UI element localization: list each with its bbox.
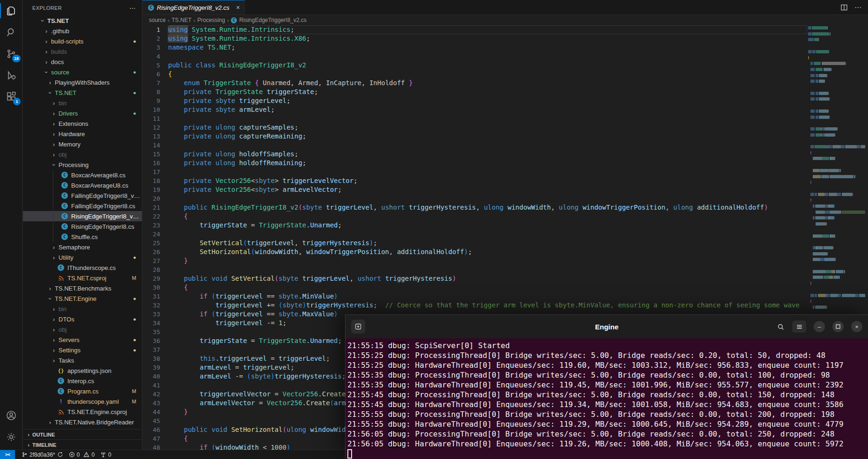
activity-source-control-button[interactable]: 16: [0, 43, 22, 65]
line-number: 17: [142, 168, 168, 176]
tree-file-item[interactable]: CBoxcarAverageU8.cs: [23, 180, 142, 190]
code-line: 1using System.Runtime.Intrinsics;: [142, 25, 868, 34]
line-number: 41: [142, 381, 168, 390]
tree-folder-item[interactable]: ›PlayingWithShaders: [23, 77, 142, 87]
minimize-button[interactable]: –: [814, 321, 825, 332]
tree-folder-item[interactable]: ›Drivers●: [23, 108, 142, 118]
timeline-section[interactable]: › TIMELINE: [23, 439, 142, 450]
tree-file-item[interactable]: CRisingEdgeTriggerI8.cs: [23, 221, 142, 232]
breadcrumb: source›TS.NET›Processing›CRisingEdgeTrig…: [142, 15, 868, 25]
code-line: 22 {: [142, 212, 868, 221]
problems-status-item[interactable]: 0 0: [66, 450, 97, 459]
tree-file-item[interactable]: CInterop.cs: [23, 376, 142, 386]
minimap-line: [826, 133, 834, 137]
line-number: 26: [142, 248, 168, 256]
activity-search-button[interactable]: [0, 22, 22, 43]
tree-folder-item[interactable]: ›DTOs●: [23, 314, 142, 324]
minimap-line: [815, 145, 828, 148]
minimap-line: [837, 193, 841, 196]
code-text: {: [168, 70, 172, 79]
tree-folder-item[interactable]: ›TS.NET.Native.BridgeReader: [23, 417, 142, 427]
code-text: {: [168, 212, 188, 221]
tree-file-item[interactable]: TS.NET.Engine.csproj: [23, 407, 142, 417]
breadcrumb-item[interactable]: Processing: [197, 17, 225, 23]
tree-folder-item[interactable]: ›TS.NET●: [23, 87, 142, 98]
breadcrumb-file-item[interactable]: CRisingEdgeTriggerI8_v2.cs: [231, 17, 307, 23]
ports-status-item[interactable]: 0: [97, 450, 114, 459]
account-button[interactable]: [0, 405, 22, 426]
tree-file-item[interactable]: CRisingEdgeTriggerI8_v2.cs: [23, 211, 142, 221]
code-line: 4: [142, 52, 868, 61]
activity-run-debug-button[interactable]: [0, 65, 22, 86]
tree-folder-item[interactable]: ›TS.NET.Benchmarks: [23, 283, 142, 293]
terminal-log-line: 21:56:05 dbug: HardwareThread[0] Enqueue…: [347, 439, 868, 449]
tree-folder-item[interactable]: ›source●: [23, 67, 142, 77]
tree-folder-item[interactable]: ›builds: [23, 46, 142, 57]
tree-folder-item[interactable]: ›TS.NET: [23, 15, 142, 26]
minimap-line: [819, 80, 824, 83]
close-button[interactable]: ×: [851, 321, 862, 332]
tree-folder-item[interactable]: ›Extensions: [23, 118, 142, 129]
warning-count: 0: [91, 452, 95, 458]
terminal-header[interactable]: Engine – ×: [346, 315, 868, 338]
code-line: 7 enum TriggerState { Unarmed, Armed, In…: [142, 79, 868, 87]
tree-folder-item[interactable]: ›docs: [23, 57, 142, 67]
tree-folder-item[interactable]: ›Memory: [23, 139, 142, 149]
tab-risingedgetriggeri8-v2[interactable]: C RisingEdgeTriggerI8_v2.cs ×: [142, 0, 245, 15]
tree-folder-item[interactable]: ›Utility●: [23, 252, 142, 262]
minimap-line: [832, 145, 840, 148]
breadcrumb-item[interactable]: source: [149, 17, 166, 23]
tree-file-item[interactable]: TS.NET.csprojM: [23, 273, 142, 283]
tree-folder-item[interactable]: ›.github: [23, 26, 142, 36]
tree-folder-item[interactable]: ›bin: [23, 304, 142, 314]
tree-file-item[interactable]: !thunderscope.yamlM: [23, 396, 142, 407]
code-line: 6{: [142, 70, 868, 79]
split-editor-icon[interactable]: [840, 4, 848, 11]
tree-file-item[interactable]: CFallingEdgeTriggerI8.cs: [23, 201, 142, 211]
tree-folder-item[interactable]: ›Tasks: [23, 355, 142, 365]
tree-folder-item[interactable]: ›Processing: [23, 160, 142, 170]
tree-folder-item[interactable]: ›obj: [23, 149, 142, 160]
terminal-menu-icon[interactable]: [792, 321, 806, 333]
branch-status-item[interactable]: 2f8d0a36*: [19, 450, 66, 459]
terminal-body[interactable]: 21:55:15 dbug: ScpiServer[0] Started21:5…: [346, 338, 868, 459]
tree-file-item[interactable]: CProgram.csM: [23, 386, 142, 396]
close-icon[interactable]: ×: [236, 4, 240, 11]
minimap-line: [808, 50, 812, 53]
new-tab-button[interactable]: [351, 320, 365, 334]
terminal-search-icon[interactable]: [777, 323, 785, 331]
line-number: 4: [142, 52, 168, 61]
breadcrumb-item[interactable]: TS.NET: [171, 17, 191, 23]
code-text: if (triggerLevel == sbyte.MinValue): [168, 292, 338, 301]
minimap-line: [827, 26, 828, 29]
activity-extensions-button[interactable]: 1: [0, 86, 22, 108]
code-line: 27 }: [142, 256, 868, 265]
tree-file-item[interactable]: CShuffle.cs: [23, 232, 142, 242]
tree-file-item[interactable]: CBoxcarAverageI8.cs: [23, 170, 142, 180]
tree-file-item[interactable]: CFallingEdgeTriggerI8_v2.cs: [23, 190, 142, 201]
minimap-line: [816, 116, 819, 119]
remote-indicator[interactable]: ><: [0, 450, 15, 459]
minimap-line: [810, 127, 815, 131]
tree-folder-item[interactable]: ›Semaphore: [23, 242, 142, 252]
minimap-line: [825, 193, 828, 196]
csproj-file-icon: [58, 408, 64, 415]
tree-folder-item[interactable]: ›bin: [23, 98, 142, 108]
tree-folder-item[interactable]: ›obj: [23, 324, 142, 335]
outline-section[interactable]: › OUTLINE: [23, 429, 142, 439]
tree-file-item[interactable]: CIThunderscope.cs: [23, 262, 142, 273]
tree-folder-item[interactable]: ›Settings●: [23, 345, 142, 355]
tree-folder-item[interactable]: ›Hardware: [23, 129, 142, 139]
minimap-line: [808, 56, 809, 59]
tree-folder-item[interactable]: ›build-scripts●: [23, 36, 142, 46]
maximize-button[interactable]: [832, 321, 844, 332]
tree-item-label: bin: [59, 306, 66, 313]
activity-explorer-button[interactable]: [0, 0, 22, 22]
more-actions-icon[interactable]: ⋯: [854, 3, 861, 12]
explorer-more-actions-icon[interactable]: ⋯: [129, 4, 136, 12]
settings-button[interactable]: [0, 426, 22, 448]
tree-folder-item[interactable]: ›Servers●: [23, 335, 142, 345]
tree-file-item[interactable]: {}appsettings.json: [23, 365, 142, 376]
log-level-badge: dbug: [388, 430, 406, 438]
tree-folder-item[interactable]: ›TS.NET.Engine●: [23, 293, 142, 304]
